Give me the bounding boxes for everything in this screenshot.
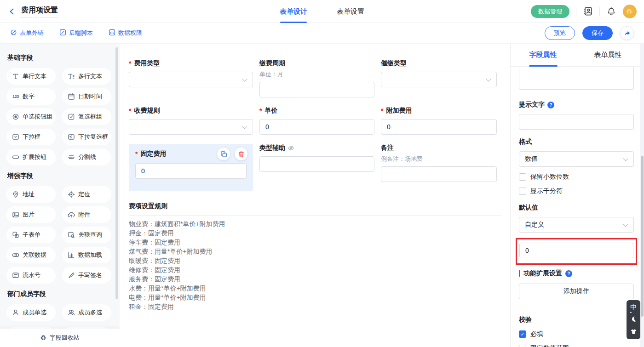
sidebar-field-item[interactable]: 数据加载 — [62, 247, 111, 263]
moon-icon[interactable] — [630, 315, 637, 323]
rule-line: 押金：固定费用 — [129, 228, 501, 238]
sidebar-field-item[interactable]: 复选框组 — [62, 108, 111, 125]
contact-book-icon[interactable] — [583, 6, 593, 17]
checkbox[interactable] — [519, 330, 526, 338]
toolbar-link[interactable]: 后端脚本 — [59, 29, 93, 37]
tab-form-properties[interactable]: 表单属性 — [575, 44, 640, 66]
sidebar-field-item[interactable]: 下拉框 — [6, 129, 56, 145]
rule-line: 服务费：固定费用 — [129, 274, 501, 284]
sidebar-field-item[interactable]: 定位 — [62, 186, 111, 203]
remark-input[interactable] — [381, 166, 497, 182]
language-toggle[interactable]: 中 — [630, 304, 637, 310]
delete-field-button[interactable] — [235, 148, 247, 160]
field-extra-fee[interactable]: 附加费用 — [381, 107, 497, 135]
sidebar-field-item[interactable]: 单行文本 — [6, 68, 56, 85]
avatar[interactable]: 作 — [623, 5, 637, 18]
rule-line: 水费：用量*单价+附加费用 — [129, 284, 501, 293]
shirt-icon[interactable] — [630, 328, 637, 335]
sidebar-section: 增强字段地址定位图片附件子表单关联查询关联数据数据加载流水号手写签名 — [6, 172, 120, 284]
share-button[interactable] — [620, 26, 634, 40]
sidebar-section-title: 增强字段 — [7, 172, 120, 180]
fee-type-select[interactable] — [129, 72, 253, 87]
form-canvas: 费用类型 缴费周期 单位：月 催缴类型 收费规则 — [120, 44, 511, 347]
sidebar-field-item[interactable]: 地址 — [6, 186, 56, 203]
checkbox[interactable] — [519, 345, 526, 347]
sidebar-field-item[interactable]: 成员多选 — [62, 304, 111, 321]
page-scrollbar[interactable] — [640, 44, 644, 347]
field-type-assist[interactable]: 类型辅助 — [259, 144, 374, 172]
app-window: 费用项设置 表单设计 表单设置 数据管理 作 表单外链后端脚本数据权限 预览 保… — [0, 0, 644, 347]
tab-form-settings[interactable]: 表单设置 — [337, 0, 364, 23]
preview-button[interactable]: 预览 — [545, 26, 575, 40]
sidebar-field-item[interactable]: 多行文本 — [62, 68, 111, 85]
sidebar-field-item[interactable]: 关联数据 — [6, 247, 56, 263]
validation-checkbox[interactable]: 必填 — [519, 330, 634, 338]
format-option-checkbox[interactable]: 保留小数位数 — [519, 173, 634, 181]
field-name-textarea[interactable] — [519, 67, 634, 90]
hint-text-input[interactable] — [519, 114, 634, 130]
tab-form-design[interactable]: 表单设计 — [280, 0, 307, 23]
help-icon[interactable]: ? — [547, 102, 554, 108]
charge-rule-select[interactable] — [129, 119, 253, 135]
validation-checkbox[interactable]: 限定数值范围 — [519, 344, 634, 347]
sidebar-field-item[interactable]: 下拉复选框 — [62, 129, 111, 145]
back-button[interactable] — [7, 7, 17, 16]
sidebar-field-item[interactable]: 子表单 — [6, 227, 56, 243]
toolbar-links: 表单外链后端脚本数据权限 — [10, 29, 142, 37]
fixed-fee-input[interactable] — [135, 163, 247, 179]
urge-type-select[interactable] — [381, 72, 497, 87]
red-annotation-box — [516, 238, 637, 265]
page-scrollbar-thumb[interactable] — [641, 156, 644, 317]
sidebar-field-item[interactable]: 附件 — [62, 206, 111, 223]
data-load-icon — [68, 251, 75, 259]
sidebar-section-title: 部门成员字段 — [7, 290, 120, 298]
sidebar-field-item[interactable]: 图片 — [6, 206, 56, 223]
bell-icon[interactable] — [606, 6, 616, 17]
tab-field-properties[interactable]: 字段属性 — [511, 44, 575, 66]
data-manage-button[interactable]: 数据管理 — [531, 5, 569, 18]
member-single-icon — [12, 309, 19, 316]
field-urge-type[interactable]: 催缴类型 — [381, 59, 497, 87]
field-pay-cycle[interactable]: 缴费周期 单位：月 — [259, 59, 374, 97]
share-arrow-icon — [624, 30, 631, 37]
sidebar-field-item[interactable]: 单选按钮组 — [6, 108, 56, 125]
sidebar-field-item[interactable]: 手写签名 — [62, 267, 111, 284]
sidebar-scrollbar[interactable] — [115, 47, 118, 299]
signature-icon — [68, 272, 75, 279]
member-multi-icon — [68, 309, 75, 316]
pay-cycle-input[interactable] — [259, 82, 374, 97]
help-icon[interactable]: ? — [565, 270, 572, 277]
sidebar-field-item[interactable]: 分割线 — [62, 149, 111, 165]
extra-fee-input[interactable] — [381, 119, 497, 135]
copy-field-button[interactable] — [217, 148, 230, 160]
sidebar-field-item[interactable]: 扩展按钮 — [6, 149, 56, 165]
divider — [129, 215, 501, 216]
field-fixed-fee-selected[interactable]: 固定费用 — [129, 144, 253, 191]
subform-icon — [12, 231, 19, 239]
sidebar-field-item[interactable]: 123数字 — [6, 88, 56, 105]
divider — [599, 7, 600, 16]
format-select[interactable]: 数值 — [519, 151, 634, 167]
sidebar-field-item[interactable]: 日期时间 — [62, 88, 111, 105]
checkbox[interactable] — [519, 188, 526, 195]
checkbox[interactable] — [519, 173, 526, 181]
field-unit-price[interactable]: 单价 — [259, 107, 374, 135]
field-recycle-bin[interactable]: ♻ 字段回收站 — [0, 329, 120, 347]
sidebar-field-item[interactable]: 关联查询 — [62, 227, 111, 243]
related-data-icon — [12, 251, 19, 259]
field-fee-type[interactable]: 费用类型 — [129, 59, 253, 87]
toolbar-link[interactable]: 数据权限 — [109, 29, 142, 37]
text-single-icon — [12, 73, 19, 80]
type-assist-input[interactable] — [259, 156, 374, 172]
sidebar-field-item[interactable]: 成员单选 — [6, 304, 56, 321]
field-remark[interactable]: 备注 例备注：场地费 — [381, 144, 497, 182]
sidebar-field-item[interactable]: 流水号 — [6, 267, 56, 284]
default-value-input[interactable] — [519, 243, 633, 258]
format-option-checkbox[interactable]: 显示千分符 — [519, 187, 634, 195]
toolbar-link[interactable]: 表单外链 — [10, 29, 44, 37]
save-button[interactable]: 保存 — [582, 26, 613, 40]
default-value-select[interactable]: 自定义 — [519, 217, 634, 233]
add-action-button[interactable]: 添加操作 — [519, 284, 634, 299]
field-charge-rule[interactable]: 收费规则 — [129, 107, 253, 135]
unit-price-input[interactable] — [259, 119, 374, 135]
